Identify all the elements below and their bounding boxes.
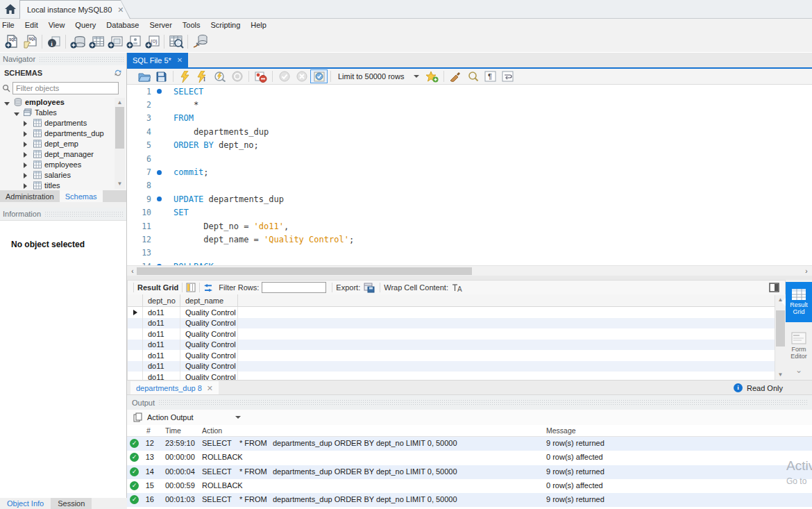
collapsed-arrow-icon[interactable] [24, 173, 27, 178]
expanded-arrow-icon[interactable] [14, 112, 19, 116]
panel-result-grid-button[interactable]: Result Grid [786, 282, 812, 322]
collapsed-arrow-icon[interactable] [24, 183, 27, 189]
tree-item-tables[interactable]: Tables [0, 107, 126, 117]
output-row[interactable]: ✓1223:59:10SELECT* FROMdepartments_dup O… [127, 437, 812, 451]
code-line-2[interactable]: 2 * [127, 98, 812, 111]
tab-administration[interactable]: Administration [0, 190, 60, 202]
wrap-text-icon[interactable] [499, 69, 516, 83]
tab-object-info[interactable]: Object Info [0, 498, 51, 509]
collapse-panel-icon[interactable] [769, 283, 779, 292]
result-tab-close-icon[interactable]: ✕ [207, 384, 213, 393]
tree-item-salaries[interactable]: salaries [0, 169, 126, 180]
code-line-10[interactable]: 10SET [127, 206, 812, 219]
scroll-left-icon[interactable]: ‹ [128, 266, 137, 276]
new-schema-icon[interactable] [68, 33, 87, 51]
code-line-4[interactable]: 4 departments_dup [127, 125, 812, 138]
scroll-up-icon[interactable]: ▲ [115, 98, 125, 108]
tree-scrollbar[interactable]: ▲ ▼ [115, 98, 125, 189]
expanded-arrow-icon[interactable] [4, 102, 10, 106]
reconnect-dbms-icon[interactable] [190, 33, 209, 51]
code-line-5[interactable]: 5ORDER BY dept_no; [127, 139, 812, 152]
execute-current-icon[interactable]: I [194, 69, 211, 83]
grid-row[interactable]: do11Quality Control [128, 372, 786, 380]
code-line-8[interactable]: 8 [127, 179, 812, 192]
collapsed-arrow-icon[interactable] [24, 142, 27, 147]
grid-row[interactable]: do11Quality Control [128, 361, 786, 372]
search-table-data-icon[interactable] [167, 33, 185, 51]
toggle-autocommit-icon[interactable] [310, 69, 328, 83]
favorites-icon[interactable] [423, 69, 441, 83]
grid-row[interactable]: do11Quality Control [128, 318, 786, 329]
menu-file[interactable]: File [0, 21, 19, 29]
panel-more-chevron-icon[interactable]: ⌄ [786, 365, 812, 375]
explain-icon[interactable] [211, 69, 228, 83]
menu-view[interactable]: View [43, 21, 70, 29]
menu-database[interactable]: Database [101, 21, 144, 29]
tree-item-departments_dup[interactable]: departments_dup [0, 128, 126, 138]
collapsed-arrow-icon[interactable] [24, 162, 27, 168]
save-icon[interactable] [153, 69, 170, 83]
menu-query[interactable]: Query [70, 21, 101, 29]
tab-sql-file[interactable]: SQL File 5* ✕ [127, 53, 188, 67]
collapsed-arrow-icon[interactable] [24, 131, 27, 137]
new-table-icon[interactable] [87, 33, 105, 51]
code-line-9[interactable]: 9UPDATE departments_dup [127, 192, 812, 206]
result-tab[interactable]: departments_dup 8 ✕ [130, 381, 219, 395]
output-row[interactable]: ✓1600:01:03SELECT* FROMdepartments_dup O… [127, 493, 812, 507]
menu-tools[interactable]: Tools [177, 21, 205, 29]
output-row[interactable]: ✓1400:00:04SELECT* FROMdepartments_dup O… [127, 465, 812, 479]
menu-server[interactable]: Server [144, 21, 177, 29]
code-line-12[interactable]: 12 dept_name = 'Quality Control'; [127, 233, 812, 246]
menu-scripting[interactable]: Scripting [205, 21, 246, 29]
code-line-3[interactable]: 3FROM [127, 112, 812, 125]
tree-item-titles[interactable]: titles [0, 180, 126, 190]
code-line-11[interactable]: 11 Dept_no = 'do11', [127, 219, 812, 233]
code-line-13[interactable]: 13 [127, 247, 812, 260]
sql-editor[interactable]: 1SELECT2 *3FROM4 departments_dup5ORDER B… [127, 85, 812, 265]
editor-hscrollbar[interactable]: ‹ › [127, 265, 812, 276]
tree-item-dept_manager[interactable]: dept_manager [0, 149, 126, 159]
filter-rows-input[interactable] [262, 282, 326, 293]
tree-item-dept_emp[interactable]: dept_emp [0, 138, 126, 149]
code-line-6[interactable]: 6 [127, 152, 812, 165]
grid-options-icon[interactable] [186, 283, 196, 292]
collapsed-arrow-icon[interactable] [24, 121, 27, 126]
refresh-grid-icon[interactable] [203, 283, 213, 292]
col-header-dept-no[interactable]: dept_no [143, 294, 180, 306]
grid-row[interactable]: do11Quality Control [128, 328, 786, 340]
panel-form-editor-button[interactable]: Form Editor [786, 328, 812, 364]
stop-on-error-icon[interactable] [252, 69, 269, 83]
code-line-1[interactable]: 1SELECT [127, 85, 812, 98]
tree-item-departments[interactable]: departments [0, 117, 126, 128]
show-invisibles-icon[interactable]: ¶ [482, 69, 499, 83]
inspector-icon[interactable]: i [44, 33, 63, 51]
limit-rows-dropdown[interactable]: Limit to 50000 rows [338, 72, 419, 81]
wrap-cell-content-icon[interactable]: A [452, 283, 462, 292]
new-view-icon[interactable] [105, 33, 124, 51]
collapsed-arrow-icon[interactable] [24, 152, 27, 158]
tree-item-employees[interactable]: employees [0, 97, 126, 107]
rollback-icon[interactable] [293, 69, 310, 83]
home-icon[interactable] [4, 3, 17, 15]
commit-icon[interactable] [276, 69, 293, 83]
open-file-icon[interactable] [135, 69, 153, 83]
tab-session[interactable]: Session [51, 498, 92, 509]
export-icon[interactable] [364, 283, 375, 293]
menu-help[interactable]: Help [246, 21, 272, 29]
execute-icon[interactable] [176, 69, 194, 83]
output-row[interactable]: ✓1500:00:59ROLLBACK0 row(s) affected [127, 479, 812, 493]
beautify-icon[interactable] [447, 69, 464, 83]
new-procedure-icon[interactable] [124, 33, 143, 51]
refresh-schemas-icon[interactable] [114, 69, 122, 77]
tab-schemas[interactable]: Schemas [60, 190, 103, 202]
grid-row[interactable]: do11Quality Control [128, 307, 786, 318]
connection-tab-close-icon[interactable]: ✕ [117, 6, 124, 15]
scroll-right-icon[interactable]: › [802, 266, 811, 276]
code-line-7[interactable]: 7commit; [127, 165, 812, 178]
menu-edit[interactable]: Edit [19, 21, 43, 29]
output-row[interactable]: ✓1300:00:00ROLLBACK0 row(s) affected [127, 451, 812, 465]
grid-scrollbar[interactable]: ▲ ▼ [775, 295, 786, 380]
grid-row[interactable]: do11Quality Control [128, 350, 786, 361]
grid-row[interactable]: do11Quality Control [128, 340, 786, 351]
col-header-dept-name[interactable]: dept_name [180, 294, 238, 306]
